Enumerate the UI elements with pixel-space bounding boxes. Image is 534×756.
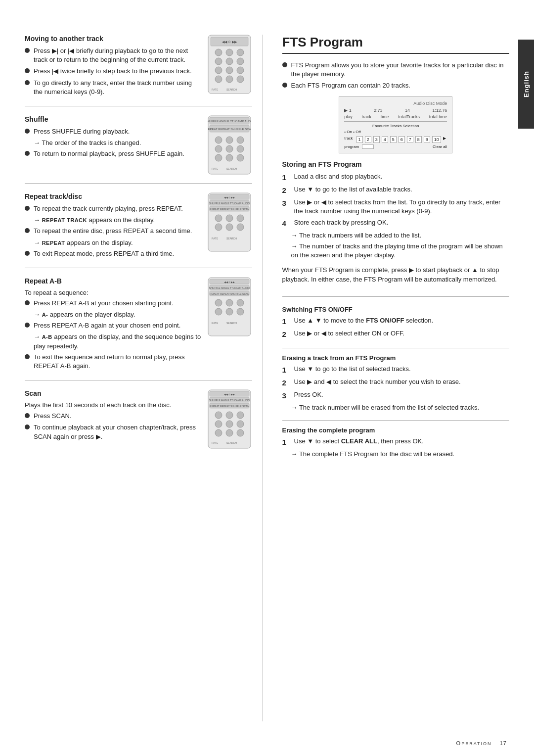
svg-point-60 xyxy=(237,308,244,315)
shuffle-bullets-2: To return to normal playback, press SHUF… xyxy=(25,149,203,158)
svg-text:◀◀ ⊙ ▶▶: ◀◀ ⊙ ▶▶ xyxy=(223,393,235,396)
section-switching: Switching FTS ON/OFF 1Use ▲ ▼ to move to… xyxy=(282,306,510,348)
bullet-icon xyxy=(25,48,30,53)
svg-point-42 xyxy=(237,215,244,222)
svg-text:◀◀ ⊙ ▶▶: ◀◀ ⊙ ▶▶ xyxy=(223,281,235,284)
svg-point-9 xyxy=(215,67,222,74)
disc-display-section-2: Favourite Tracks Selection • On • Off tr… xyxy=(344,121,447,149)
erasing-program-arrow: The complete FTS Program for the disc wi… xyxy=(291,450,510,459)
svg-text:SHUFFLE ANGLE TTLCAMP AUDIO: SHUFFLE ANGLE TTLCAMP AUDIO xyxy=(209,399,249,402)
remote-image-moving: ◀◀ ⊙ ▶▶ xyxy=(208,35,252,95)
svg-text:RATE: RATE xyxy=(212,441,219,444)
fts-intro-bullets: FTS Program allows you to store your fav… xyxy=(282,61,510,91)
svg-point-6 xyxy=(215,58,222,65)
list-item: To continue playback at your chosen chap… xyxy=(25,423,203,441)
repeat-bullets: To repeat the track currently playing, p… xyxy=(25,204,203,213)
svg-point-28 xyxy=(215,154,222,161)
svg-point-29 xyxy=(226,154,233,161)
svg-point-3 xyxy=(215,49,222,56)
disc-track-row: track 12345678910▶ xyxy=(344,136,447,143)
repeat-ab-arrow-2: A-B appears on the display, and the sequ… xyxy=(34,332,203,350)
footer: OPERATION 17 xyxy=(456,740,507,746)
svg-text:RATE: RATE xyxy=(212,237,219,240)
svg-point-8 xyxy=(237,58,244,65)
svg-point-58 xyxy=(215,308,222,315)
section-moving: Moving to another track Press ▶| or |◀ b… xyxy=(25,35,252,106)
left-column: Moving to another track Press ▶| or |◀ b… xyxy=(25,35,263,721)
section-erasing-program: Erasing the complete program 1Use ▼ to s… xyxy=(282,426,510,468)
erasing-program-title: Erasing the complete program xyxy=(282,426,510,434)
svg-text:RATE: RATE xyxy=(212,167,219,170)
svg-point-72 xyxy=(237,412,244,419)
svg-text:REPEAT REPEAT SHUFFLE SCAN: REPEAT REPEAT SHUFFLE SCAN xyxy=(210,208,249,211)
list-item: To repeat the entire disc, press REPEAT … xyxy=(25,227,203,236)
svg-point-27 xyxy=(237,145,244,152)
svg-text:REPEAT REPEAT SHUFFLE SCAN: REPEAT REPEAT SHUFFLE SCAN xyxy=(208,128,251,131)
repeat-bullets-2: To repeat the entire disc, press REPEAT … xyxy=(25,227,203,236)
svg-point-41 xyxy=(226,215,233,222)
svg-text:RATE: RATE xyxy=(212,88,219,91)
svg-point-26 xyxy=(226,145,233,152)
bullet-icon xyxy=(25,323,30,328)
svg-point-59 xyxy=(226,308,233,315)
moving-bullets: Press ▶| or |◀ briefly during playback t… xyxy=(25,47,203,96)
svg-point-22 xyxy=(215,137,222,143)
bullet-icon xyxy=(25,300,30,305)
bullet-icon xyxy=(282,62,287,67)
bullet-icon xyxy=(25,228,30,233)
fts-program-title: FTS Program xyxy=(282,35,510,54)
svg-point-44 xyxy=(226,224,233,231)
svg-point-11 xyxy=(237,67,244,74)
list-item: To return to normal playback, press SHUF… xyxy=(25,149,203,158)
svg-point-77 xyxy=(226,429,233,436)
section-moving-title: Moving to another track xyxy=(25,35,203,43)
scan-bullets: Press SCAN. To continue playback at your… xyxy=(25,412,203,441)
svg-text:SEARCH: SEARCH xyxy=(226,322,237,325)
erasing-program-steps: 1Use ▼ to select CLEAR ALL, then press O… xyxy=(282,437,510,447)
list-item: To exit Repeat mode, press REPEAT a thir… xyxy=(25,249,203,258)
svg-text:SEARCH: SEARCH xyxy=(226,441,237,444)
section-repeat-ab: Repeat A-B To repeat a sequence: Press R… xyxy=(25,277,252,380)
svg-point-71 xyxy=(226,412,233,419)
list-item: 1Use ▼ to select CLEAR ALL, then press O… xyxy=(282,437,510,447)
footer-page-number: 17 xyxy=(500,740,507,746)
bullet-icon xyxy=(25,354,30,359)
list-item: Press SHUFFLE during playback. xyxy=(25,127,203,136)
list-item: 1Load a disc and stop playback. xyxy=(282,172,510,183)
list-item: Press REPEAT A-B at your chosen starting… xyxy=(25,299,203,308)
svg-point-7 xyxy=(226,58,233,65)
svg-text:◀◀ ⊙ ▶▶: ◀◀ ⊙ ▶▶ xyxy=(223,196,235,199)
svg-point-73 xyxy=(215,421,222,427)
section-shuffle: Shuffle Press SHUFFLE during playback. T… xyxy=(25,115,252,184)
svg-text:SEARCH: SEARCH xyxy=(226,88,237,91)
switching-steps: 1Use ▲ ▼ to move to the FTS ON/OFF selec… xyxy=(282,316,510,339)
section-repeat: Repeat track/disc To repeat the track cu… xyxy=(25,192,252,268)
svg-point-23 xyxy=(226,137,233,143)
disc-display: Audio Disc Mode ▶ 1 2:73 14 1:12.76 play… xyxy=(339,96,452,153)
svg-text:◀◀ ⊙ ▶▶: ◀◀ ⊙ ▶▶ xyxy=(222,40,237,44)
remote-image-repeat-ab: ◀◀ ⊙ ▶▶ SHUFFLE ANGLE TTLCAMP AUDIO REPE… xyxy=(208,277,252,338)
repeat-ab-bullets-3: To exit the sequence and return to norma… xyxy=(25,353,203,371)
bullet-icon xyxy=(282,83,287,88)
svg-point-55 xyxy=(215,299,222,306)
favourite-tracks-label: Favourite Tracks Selection xyxy=(344,124,447,128)
list-item: FTS Program allows you to store your fav… xyxy=(282,61,510,79)
list-item: Press SCAN. xyxy=(25,412,203,421)
svg-point-10 xyxy=(226,67,233,74)
list-item: Press REPEAT A-B again at your chosen en… xyxy=(25,321,203,330)
storing-title: Storing an FTS Program xyxy=(282,160,510,168)
disc-display-row-1: ▶ 1 2:73 14 1:12.76 xyxy=(344,108,447,113)
remote-image-repeat: ◀◀ ⊙ ▶▶ SHUFFLE ANGLE TTLCAMP AUDIO REPE… xyxy=(208,192,252,253)
list-item: 2Use ▶ or ◀ to select either ON or OFF. xyxy=(282,329,510,339)
svg-point-40 xyxy=(215,215,222,222)
svg-point-45 xyxy=(237,224,244,231)
bullet-icon xyxy=(25,251,30,256)
svg-point-14 xyxy=(237,76,244,83)
svg-point-24 xyxy=(237,137,244,143)
shuffle-arrow-1: The order of the tracks is changed. xyxy=(34,139,203,147)
repeat-arrow-1: Repeat Track appears on the display. xyxy=(34,216,203,225)
svg-text:RATE: RATE xyxy=(212,322,219,325)
storing-note: When your FTS Program is complete, press… xyxy=(282,265,510,284)
svg-point-43 xyxy=(215,224,222,231)
disc-display-row-2: play track time totalTracks total time xyxy=(344,114,447,119)
